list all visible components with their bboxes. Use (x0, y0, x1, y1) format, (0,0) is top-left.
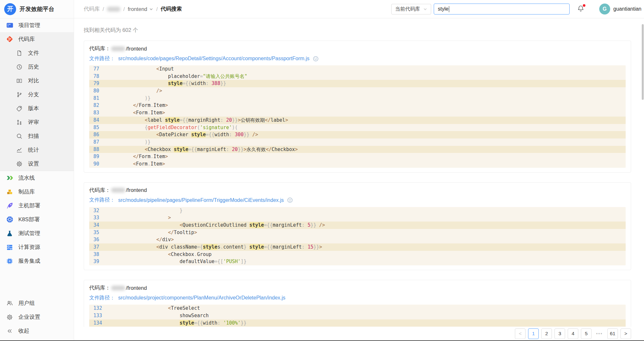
code-text: showSearch (110, 312, 209, 319)
sidebar-item-label: 对比 (28, 77, 39, 84)
code-text: )} (110, 95, 150, 102)
code-text: )} (110, 138, 150, 146)
pagination-next-button[interactable]: > (620, 328, 631, 339)
file-path-link[interactable]: src/modules/project/components/PlanMenu/… (118, 295, 285, 301)
pagination-prev-button[interactable]: < (515, 328, 526, 339)
sidebar-item-files[interactable]: 文件 (0, 46, 74, 60)
logo-row: 开 开发效能平台 (0, 0, 74, 18)
sidebar-item-user-groups[interactable]: 用户组 (0, 296, 74, 310)
sidebar-item-code-repo[interactable]: 代码库 (0, 32, 74, 46)
sidebar-item-enterprise-settings[interactable]: 企业设置 (0, 310, 74, 324)
pagination-page-5[interactable]: 5 (581, 328, 592, 339)
code-line: 83 <Form.Item> (89, 109, 626, 117)
sidebar-item-project-management[interactable]: 项目管理 (0, 18, 74, 32)
sidebar-bottom-group: 用户组企业设置收起 (0, 296, 74, 338)
sidebar-item-k8s-deploy[interactable]: K8S部署 (0, 213, 74, 226)
sidebar-item-label: 项目管理 (18, 22, 40, 29)
code-line: 32 } (89, 207, 626, 214)
code-text: placeholder="请输入公共账号名" (110, 73, 247, 80)
file-path-label: 文件路径： (89, 197, 115, 204)
scan-icon (15, 132, 23, 140)
vertical-scrollbar[interactable] (642, 24, 644, 100)
pagination-ellipsis[interactable]: ••• (594, 328, 605, 339)
settings-icon (15, 160, 23, 168)
sidebar-item-label: 主机部署 (18, 202, 40, 209)
breadcrumb: 代码库 / / frontend / 代码搜索 (84, 5, 182, 13)
sidebar-item-artifacts[interactable]: 制品库 (0, 185, 74, 199)
collapse-icon (6, 327, 14, 335)
pagination-page-61[interactable]: 61 (607, 328, 618, 339)
breadcrumb-repo-label: frontend (128, 6, 147, 12)
service-icon (6, 257, 14, 265)
sidebar-item-label: 用户组 (18, 299, 35, 307)
repo-label: 代码库： (89, 284, 110, 291)
sidebar-item-pipeline[interactable]: 流水线 (0, 171, 74, 185)
code-line: 134 style={{width: '100%'}} (89, 319, 626, 327)
sidebar-item-service-integration[interactable]: 服务集成 (0, 254, 74, 268)
file-path-link[interactable]: src/modules/pipeline/pages/PipelineForm/… (118, 197, 284, 203)
line-number: 134 (89, 319, 110, 327)
code-snippet: 77 <Input78 placeholder="请输入公共账号名"79 sty… (89, 65, 626, 168)
breadcrumb-separator: / (103, 6, 104, 12)
sidebar: 开 开发效能平台 项目管理 代码库文件历史对比分支版本评审扫描统计设置 流水线制… (0, 0, 74, 341)
notification-badge (583, 4, 585, 7)
code-line: 78 placeholder="请输入公共账号名" (89, 73, 626, 80)
code-text: defaultValue={['PUSH']} (110, 258, 246, 265)
redacted-repo-owner (111, 46, 125, 51)
sidebar-item-review[interactable]: 评审 (0, 115, 74, 129)
result-repo-line: 代码库：/frontend (89, 284, 626, 291)
pagination-page-2[interactable]: 2 (541, 328, 552, 339)
sidebar-item-test-manage[interactable]: 测试管理 (0, 226, 74, 240)
code-text: </Form.Item> (110, 153, 168, 160)
sidebar-item-label: 设置 (28, 160, 39, 167)
breadcrumb-repo-select[interactable]: frontend (128, 6, 154, 12)
sidebar-item-label: 服务集成 (18, 257, 40, 265)
branch-icon (15, 91, 23, 99)
code-text: <Form.Item> (110, 160, 165, 168)
user-menu[interactable]: G guantiantian (599, 4, 642, 14)
file-path-label: 文件路径： (89, 295, 115, 301)
file-path-link[interactable]: src/modules/code/pages/RepoDetail/Settin… (118, 56, 309, 62)
pagination-page-4[interactable]: 4 (568, 328, 578, 339)
pagination-page-3[interactable]: 3 (554, 328, 565, 339)
top-header: 代码库 / / frontend / 代码搜索 当前代码库 style (74, 0, 644, 18)
code-text: <Input (110, 65, 174, 73)
code-line: 89 </Form.Item> (89, 153, 626, 160)
code-line: 37 <div className={styles.content} style… (89, 243, 626, 251)
line-number: 38 (89, 251, 110, 258)
repo-name: /frontend (126, 285, 147, 291)
sidebar-item-compare[interactable]: 对比 (0, 74, 74, 88)
line-number: 81 (89, 95, 110, 102)
sidebar-item-stats[interactable]: 统计 (0, 143, 74, 157)
sidebar-item-scan[interactable]: 扫描 (0, 129, 74, 143)
result-repo-line: 代码库：/frontend (89, 187, 626, 194)
sidebar-item-settings[interactable]: 设置 (0, 157, 74, 171)
sidebar-item-collapse[interactable]: 收起 (0, 324, 74, 338)
breadcrumb-root[interactable]: 代码库 (84, 5, 100, 13)
breadcrumb-separator: / (156, 6, 158, 12)
result-path-line: 文件路径：src/modules/code/pages/RepoDetail/S… (89, 55, 626, 62)
sidebar-item-compute[interactable]: 计算资源 (0, 240, 74, 254)
code-line: 81 )} (89, 95, 626, 102)
repo-nav-group: 代码库文件历史对比分支版本评审扫描统计设置 (0, 32, 74, 171)
chevron-down-icon (423, 7, 427, 11)
code-line: 88 <Checkbox style={{marginLeft: 20}}>永久… (89, 146, 626, 153)
sidebar-item-host-deploy[interactable]: 主机部署 (0, 199, 74, 213)
notification-button[interactable] (577, 5, 585, 13)
code-line: 36 </div> (89, 236, 626, 243)
search-scope-select[interactable]: 当前代码库 (391, 4, 431, 14)
pagination-page-1[interactable]: 1 (528, 328, 539, 339)
code-text: } (110, 207, 183, 214)
search-input[interactable]: style (434, 4, 570, 14)
sidebar-item-branches[interactable]: 分支 (0, 88, 74, 101)
sidebar-item-tags[interactable]: 版本 (0, 101, 74, 115)
code-text: <Checkbox.Group (110, 251, 212, 258)
code-text: <Form.Item> (110, 109, 165, 117)
sidebar-item-history[interactable]: 历史 (0, 60, 74, 74)
line-number: 80 (89, 87, 110, 95)
chevron-down-icon (149, 7, 153, 11)
redacted-project-name[interactable] (107, 7, 120, 12)
emoji-smile-icon (287, 197, 293, 203)
sidebar-item-label: 企业设置 (18, 313, 40, 321)
line-number: 133 (89, 312, 110, 319)
